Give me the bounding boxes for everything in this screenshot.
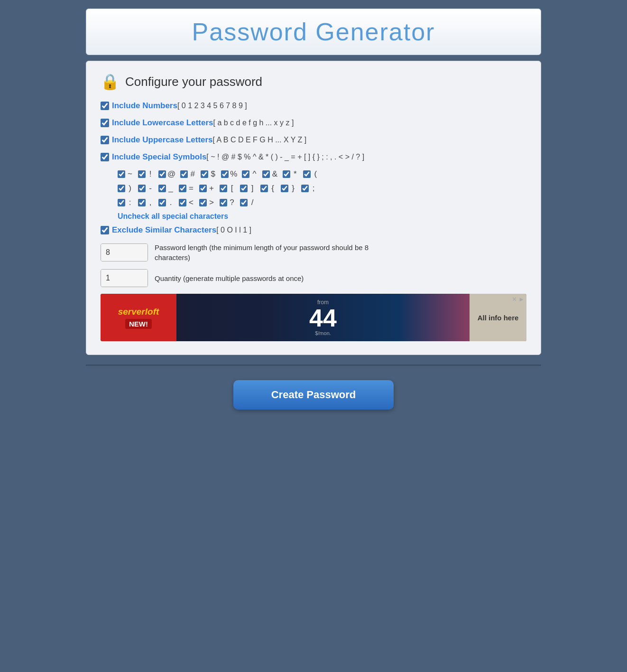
- password-length-row: 8 ▲ ▼ Password length (the minimum lengt…: [101, 243, 526, 262]
- ad-brand: serverloft: [118, 307, 159, 317]
- cb-comma[interactable]: [138, 199, 146, 206]
- exclude-similar-row: Exclude Similar Characters[ 0 O I l 1 ]: [101, 225, 526, 235]
- cb-exclaim[interactable]: [138, 170, 146, 178]
- include-numbers-chars: [ 0 1 2 3 4 5 6 7 8 9 ]: [177, 102, 247, 110]
- configure-heading: 🔒 Configure your password: [101, 73, 526, 91]
- special-item-exclaim: !: [138, 169, 154, 179]
- cb-rparen[interactable]: [118, 185, 125, 192]
- special-item-lbrace: {: [260, 184, 276, 193]
- special-item-amp: &: [262, 169, 278, 179]
- special-item-comma: ,: [138, 198, 154, 207]
- password-length-desc: Password length (the minimum length of y…: [155, 243, 382, 262]
- divider: [86, 364, 541, 366]
- cb-lt[interactable]: [179, 199, 186, 206]
- page-title: Password Generator: [96, 18, 531, 46]
- special-item-star: *: [283, 169, 298, 179]
- include-lowercase-label: Include Lowercase Letters: [112, 118, 213, 127]
- special-item-rparen: ): [118, 184, 133, 193]
- main-card: 🔒 Configure your password Include Number…: [86, 61, 541, 355]
- exclude-similar-chars: [ 0 O I l 1 ]: [216, 226, 251, 234]
- special-item-gt: >: [199, 198, 215, 207]
- include-uppercase-row: Include Uppercase Letters[ A B C D E F G…: [101, 135, 526, 145]
- quantity-desc: Quantity (generate multiple passwords at…: [155, 273, 304, 283]
- special-item-semicolon: ;: [301, 184, 317, 193]
- special-item-tilde: ~: [118, 169, 133, 179]
- cb-dollar[interactable]: [201, 170, 208, 178]
- include-uppercase-checkbox[interactable]: [101, 136, 109, 144]
- include-uppercase-chars: [ A B C D E F G H ... X Y Z ]: [213, 136, 307, 144]
- quantity-spinner: 1 ▲ ▼: [101, 269, 148, 287]
- exclude-similar-checkbox[interactable]: [101, 226, 109, 234]
- include-special-chars: [ ~ ! @ # $ % ^ & * ( ) - _ = + [ ] { } …: [206, 153, 364, 161]
- special-item-dollar: $: [201, 169, 216, 179]
- quantity-row: 1 ▲ ▼ Quantity (generate multiple passwo…: [101, 269, 526, 287]
- cb-gt[interactable]: [199, 199, 207, 206]
- ad-new-badge: NEW!: [125, 319, 152, 329]
- cb-minus[interactable]: [138, 185, 146, 192]
- special-row-3: : , . < > ? /: [118, 198, 526, 207]
- cb-lbracket[interactable]: [220, 185, 227, 192]
- ad-price: 44: [309, 306, 337, 330]
- special-item-caret: ^: [242, 169, 258, 179]
- include-special-row: Include Special Symbols[ ~ ! @ # $ % ^ &…: [101, 152, 526, 162]
- special-row-2: ) - _ = + [ ] { } ;: [118, 184, 526, 193]
- include-lowercase-row: Include Lowercase Letters[ a b c d e f g…: [101, 118, 526, 128]
- cb-plus[interactable]: [199, 185, 207, 192]
- ad-close-button[interactable]: ✕ ►: [512, 296, 525, 303]
- cb-star[interactable]: [283, 170, 290, 178]
- include-numbers-checkbox[interactable]: [101, 102, 109, 110]
- special-item-question: ?: [220, 198, 235, 207]
- ad-price-unit: $/mon.: [315, 330, 331, 336]
- include-special-checkbox[interactable]: [101, 153, 109, 161]
- password-length-spinner: 8 ▲ ▼: [101, 243, 148, 261]
- special-item-lbracket: [: [220, 184, 235, 193]
- cb-slash[interactable]: [240, 199, 248, 206]
- cb-rbracket[interactable]: [240, 185, 248, 192]
- special-item-lparen: (: [303, 169, 319, 179]
- special-item-at: @: [158, 169, 175, 179]
- cb-rbrace[interactable]: [281, 185, 288, 192]
- cb-semicolon[interactable]: [301, 185, 309, 192]
- cb-lbrace[interactable]: [260, 185, 268, 192]
- header-box: Password Generator: [86, 9, 541, 55]
- cb-colon[interactable]: [118, 199, 125, 206]
- special-item-hash: #: [180, 169, 196, 179]
- password-length-input[interactable]: 8: [101, 244, 148, 261]
- cb-question[interactable]: [220, 199, 227, 206]
- cb-lparen[interactable]: [303, 170, 311, 178]
- ad-banner: serverloft NEW! from 44 $/mon. All info …: [101, 294, 526, 341]
- include-lowercase-checkbox[interactable]: [101, 119, 109, 127]
- cb-at[interactable]: [158, 170, 166, 178]
- configure-title: Configure your password: [125, 75, 262, 89]
- cb-percent[interactable]: [221, 170, 229, 178]
- ad-left-section: serverloft NEW!: [101, 294, 176, 341]
- special-chars-grid: ~ ! @ # $ % ^ & * ( ) - _ = + [ ] { }: [118, 169, 526, 207]
- include-numbers-row: Include Numbers[ 0 1 2 3 4 5 6 7 8 9 ]: [101, 101, 526, 111]
- cb-period[interactable]: [158, 199, 166, 206]
- cb-tilde[interactable]: [118, 170, 125, 178]
- special-item-minus: -: [138, 184, 154, 193]
- lock-icon: 🔒: [101, 73, 120, 91]
- special-row-1: ~ ! @ # $ % ^ & * (: [118, 169, 526, 179]
- special-item-rbrace: }: [281, 184, 296, 193]
- cb-amp[interactable]: [262, 170, 270, 178]
- cb-underscore[interactable]: [158, 185, 166, 192]
- special-item-equals: =: [179, 184, 194, 193]
- include-lowercase-chars: [ a b c d e f g h ... x y z ]: [213, 119, 294, 127]
- create-button-wrapper: Create Password: [86, 371, 541, 424]
- special-item-underscore: _: [158, 184, 174, 193]
- quantity-input[interactable]: 1: [101, 270, 148, 287]
- special-item-plus: +: [199, 184, 215, 193]
- special-item-lt: <: [179, 198, 194, 207]
- exclude-similar-label: Exclude Similar Characters: [112, 225, 216, 234]
- create-password-button[interactable]: Create Password: [233, 380, 394, 410]
- cb-equals[interactable]: [179, 185, 186, 192]
- uncheck-all-link[interactable]: Uncheck all special characters: [118, 212, 526, 221]
- special-item-rbracket: ]: [240, 184, 256, 193]
- cb-hash[interactable]: [180, 170, 188, 178]
- include-special-label: Include Special Symbols: [112, 152, 206, 161]
- cb-caret[interactable]: [242, 170, 249, 178]
- special-item-slash: /: [240, 198, 256, 207]
- include-uppercase-label: Include Uppercase Letters: [112, 135, 213, 144]
- special-item-percent: %: [221, 169, 237, 179]
